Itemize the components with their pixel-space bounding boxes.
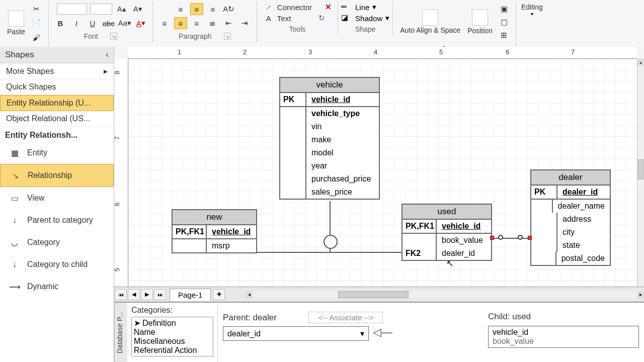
first-page-button[interactable]: ⏮ [115, 289, 127, 300]
refresh-icon[interactable]: ↻ [316, 13, 327, 23]
vertical-scrollbar[interactable]: ▴ [637, 59, 644, 287]
child-section: Child: used vehicle_id book_value [483, 303, 644, 362]
child-field[interactable]: vehicle_id [493, 328, 634, 337]
justify-icon[interactable]: ≣ [206, 17, 219, 29]
entity-used[interactable]: used PK,FK1vehicle_id book_value FK2deal… [401, 204, 492, 261]
stencil-er[interactable]: Entity Relationship (U... [0, 95, 114, 111]
entity-title: dealer [531, 170, 610, 186]
paragraph-launcher[interactable]: ↘ [224, 33, 231, 40]
canvas-area: 1 2 3 4 5 6 7 8 7 6 5 vehicle PKvehicle_… [114, 47, 644, 302]
categories-section: Categories: ➤Definition Name Miscellaneo… [127, 303, 218, 362]
category-misc[interactable]: Miscellaneous [134, 337, 211, 346]
db-properties-tab[interactable]: Database P... [114, 303, 127, 362]
rel-crow-right [518, 235, 523, 240]
shape-parent-category[interactable]: ↓Parent to category [0, 209, 114, 231]
align-middle-icon[interactable]: ≡ [190, 3, 203, 15]
shape-relationship[interactable]: ↘Relationship [0, 164, 114, 187]
group-editing: Editing▾ [516, 1, 548, 19]
increase-indent-icon[interactable]: ⇥ [238, 17, 252, 29]
copy-icon[interactable]: 📄 [30, 17, 43, 29]
align-left-icon[interactable]: ≡ [158, 17, 171, 29]
hscroll-thumb[interactable] [338, 291, 409, 298]
parent-field-combo[interactable]: dealer_id▾ [223, 326, 369, 341]
case-button[interactable]: Aa▾ [118, 17, 131, 29]
align-bottom-icon[interactable]: ≡ [206, 3, 219, 15]
connector-horizontal[interactable] [257, 252, 401, 253]
group-paragraph: ≡ ≡ ≡ A↻ ≡ ≡ ≡ ≣ ⇤ ⇥ Paragraph↘ [153, 1, 257, 42]
next-page-button[interactable]: ▶ [141, 289, 153, 300]
prev-page-button[interactable]: ◀ [128, 289, 140, 300]
decrease-indent-icon[interactable]: ⇤ [222, 17, 235, 29]
category-definition[interactable]: ➤Definition [134, 318, 211, 328]
align-top-icon[interactable]: ≡ [174, 3, 187, 15]
child-fields-list[interactable]: vehicle_id book_value [488, 326, 639, 348]
category-referential[interactable]: Referential Action [134, 346, 211, 355]
font-name-combo[interactable] [57, 4, 87, 15]
associate-button[interactable]: <-- Associate --> [308, 312, 383, 323]
strike-button[interactable]: abc [102, 17, 115, 29]
bold-button[interactable]: B [54, 17, 67, 29]
category-name[interactable]: Name [134, 328, 211, 337]
collapse-icon[interactable]: ‹ [106, 50, 109, 60]
editing-button[interactable]: Editing▾ [519, 2, 545, 18]
rel-handle-left[interactable] [490, 236, 494, 240]
font-color-button[interactable]: A▾ [134, 17, 147, 29]
entity-vehicle[interactable]: vehicle PKvehicle_id vehicle_type vin ma… [279, 77, 380, 200]
bring-front-icon[interactable]: ▣ [498, 3, 511, 15]
connector-tool[interactable]: ⟋Connector✕ [263, 2, 332, 12]
drawing-canvas[interactable]: vehicle PKvehicle_id vehicle_type vin ma… [128, 59, 637, 287]
scroll-thumb[interactable] [638, 159, 643, 179]
scroll-right-icon[interactable]: ▸ [637, 291, 644, 298]
last-page-button[interactable]: ⏭ [154, 289, 166, 300]
entity-new[interactable]: new PK,FK1vehicle_id msrp [172, 209, 257, 253]
paste-button[interactable]: Paste [5, 10, 27, 37]
underline-button[interactable]: U [86, 17, 99, 29]
scroll-up-icon[interactable]: ▴ [637, 59, 644, 66]
rel-handle-right[interactable] [528, 236, 532, 240]
scroll-left-icon[interactable]: ◂ [246, 291, 253, 298]
horizontal-scrollbar[interactable]: ◂ ▸ [246, 291, 644, 298]
quick-shapes[interactable]: Quick Shapes [0, 79, 114, 95]
align-right-icon[interactable]: ≡ [190, 17, 203, 29]
more-shapes[interactable]: More Shapes▸ [0, 63, 114, 79]
line-button[interactable]: ═Line ▾ [341, 2, 389, 12]
font-launcher[interactable]: ↘ [110, 33, 117, 40]
shape-category-child[interactable]: ↓Category to child [0, 253, 114, 276]
font-size-combo[interactable] [90, 4, 112, 15]
category-child-icon: ↓ [7, 258, 22, 270]
child-field[interactable]: book_value [493, 337, 634, 346]
auto-align-button[interactable]: Auto Align & Space [398, 9, 462, 35]
format-painter-icon[interactable]: 🖌 [30, 31, 43, 43]
parent-section: Parent: dealer <-- Associate --> dealer_… [218, 303, 483, 362]
pointer-icon: ➤ [134, 318, 140, 328]
shapes-panel-header[interactable]: Shapes‹ [0, 47, 114, 63]
shape-category[interactable]: ◡Category [0, 231, 114, 253]
new-page-button[interactable]: ✚ [213, 289, 225, 300]
group-icon[interactable]: ⊞ [498, 29, 511, 41]
text-tool[interactable]: AText↻ [263, 13, 332, 23]
entity-dealer[interactable]: dealer PKdealer_id dealer_name address c… [530, 169, 611, 266]
chevron-right-icon: ▸ [104, 66, 108, 76]
orientation-icon[interactable]: A↻ [222, 3, 235, 15]
shape-view[interactable]: ▭View [0, 187, 114, 209]
shape-entity[interactable]: ▦Entity [0, 142, 114, 164]
shrink-font-icon[interactable]: A▾ [131, 3, 144, 15]
page-tabs-bar: ⏮ ◀ ▶ ⏭ Page-1 ✚ ◂ ▸ [114, 287, 644, 302]
position-icon [472, 10, 488, 26]
shadow-button[interactable]: ◪Shadow ▾ [341, 13, 389, 23]
italic-button[interactable]: I [70, 17, 83, 29]
shape-dynamic[interactable]: ⟿Dynamic [0, 276, 114, 298]
grow-font-icon[interactable]: A▴ [115, 3, 128, 15]
inheritance-circle[interactable] [324, 235, 338, 249]
connector-icon: ⟋ [263, 2, 274, 12]
connector-vehicle-down[interactable] [330, 201, 331, 235]
stencil-or[interactable]: Object Relational (US... [0, 111, 114, 127]
cut-icon[interactable]: ✂ [30, 3, 43, 15]
align-center-icon[interactable]: ≡ [174, 17, 187, 29]
send-back-icon[interactable]: ▢ [498, 16, 511, 28]
close-icon[interactable]: ✕ [325, 3, 332, 12]
position-button[interactable]: Position [465, 9, 495, 36]
page-tab[interactable]: Page-1 [170, 289, 211, 301]
ruler-vertical: 8 7 6 5 [114, 59, 128, 302]
categories-list[interactable]: ➤Definition Name Miscellaneous Referenti… [131, 317, 213, 356]
